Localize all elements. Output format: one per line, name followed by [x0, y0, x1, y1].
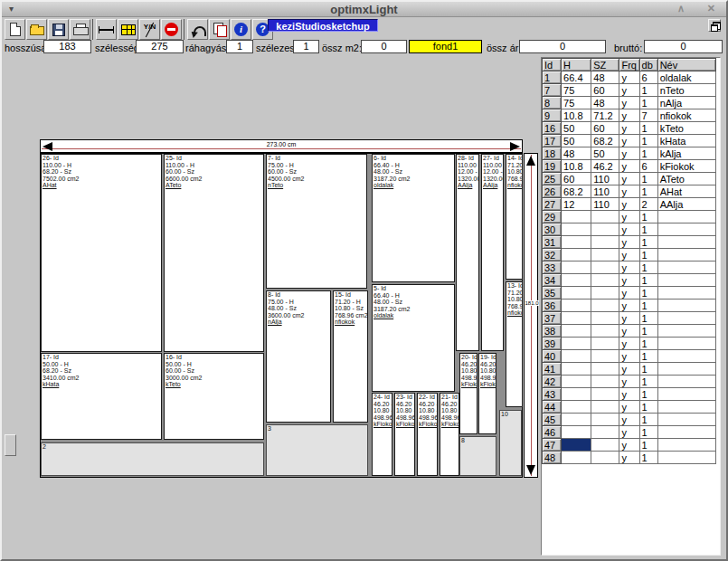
cell-h[interactable] [562, 325, 591, 338]
fond-field[interactable]: fond1 [409, 40, 482, 53]
cell-nev[interactable]: kFiokok [657, 160, 715, 173]
cell-sz[interactable] [591, 312, 619, 325]
cell-h[interactable] [562, 414, 591, 426]
layout-button[interactable] [118, 19, 138, 40]
panel-22[interactable]: 22- Id46.20 - H10.80 - Sz498.96 cm2kFiok… [417, 393, 438, 476]
cell-nev[interactable] [657, 287, 715, 300]
cell-sz[interactable]: 48 [591, 97, 619, 109]
cell-nev[interactable]: nTeto [657, 84, 715, 97]
cell-h[interactable] [562, 401, 591, 414]
cell-h[interactable]: 12 [562, 198, 591, 211]
cell-h[interactable] [562, 249, 591, 261]
panel-6[interactable]: 6- Id66.40 - H48.00 - Sz3187.20 cm2oldal… [372, 154, 455, 282]
cell-frq[interactable]: y [619, 185, 639, 198]
panel-15[interactable]: 15- Id71.20 - H10.80 - Sz768.96 cm2nfiok… [333, 290, 368, 423]
row-header-36[interactable]: 36 [543, 300, 562, 312]
row-header-18[interactable]: 18 [543, 147, 562, 160]
cell-nev[interactable] [657, 439, 715, 452]
cell-h[interactable] [562, 211, 591, 223]
panel-25[interactable]: 25- Id110.00 - H60.00 - Sz6600.00 cm2ATe… [164, 154, 264, 352]
cell-sz[interactable] [591, 439, 619, 452]
row-header-41[interactable]: 41 [543, 363, 562, 376]
panel-28[interactable]: 28- Id110.00 - H12.00 - Sz1320.00 cm2AAl… [456, 154, 479, 351]
cell-nev[interactable]: ATeto [657, 173, 715, 185]
cell-frq[interactable]: y [619, 97, 639, 109]
cell-frq[interactable]: y [619, 249, 639, 261]
side-panel-handle[interactable] [5, 434, 16, 456]
cell-nev[interactable] [657, 376, 715, 388]
row-header-33[interactable]: 33 [543, 261, 562, 274]
cell-h[interactable] [562, 350, 591, 363]
row-header-30[interactable]: 30 [543, 223, 562, 236]
ruler-down-arrow-icon[interactable] [526, 465, 535, 475]
row-header-35[interactable]: 35 [543, 287, 562, 300]
row-header-38[interactable]: 38 [543, 325, 562, 338]
cell-nev[interactable] [657, 211, 715, 223]
cell-h[interactable]: 10.8 [562, 109, 591, 122]
close-button[interactable]: ✕ [707, 3, 715, 14]
cell-sz[interactable]: 60 [591, 84, 619, 97]
cell-sz[interactable] [591, 388, 619, 401]
column-header-sz[interactable]: SZ [591, 59, 619, 71]
cell-db[interactable]: 1 [639, 401, 657, 414]
price-field-1[interactable]: 0 [519, 40, 606, 53]
cell-h[interactable] [562, 312, 591, 325]
cell-sz[interactable] [591, 401, 619, 414]
cell-db[interactable]: 1 [639, 388, 657, 401]
cell-nev[interactable] [657, 312, 715, 325]
cell-db[interactable]: 6 [639, 160, 657, 173]
cell-db[interactable]: 6 [639, 71, 657, 84]
cell-h[interactable] [562, 439, 591, 452]
column-header-h[interactable]: H [562, 59, 591, 71]
row-header-17[interactable]: 17 [543, 135, 562, 147]
cell-nev[interactable] [657, 223, 715, 236]
cell-frq[interactable]: y [619, 236, 639, 249]
stop-button[interactable] [161, 19, 182, 40]
cell-sz[interactable]: 110 [591, 173, 619, 185]
cell-frq[interactable]: y [619, 261, 639, 274]
cell-frq[interactable]: y [619, 135, 639, 147]
cell-sz[interactable] [591, 223, 619, 236]
row-header-40[interactable]: 40 [543, 350, 562, 363]
cell-sz[interactable] [591, 414, 619, 426]
panel-8[interactable]: 8- Id75.00 - H48.00 - Sz3600.00 cm2nAlja [266, 290, 331, 423]
panel-19[interactable]: 19- Id46.20 - H10.80 - Sz498.96 cm2kFiok… [478, 353, 496, 434]
minimize-button[interactable]: ∧ [677, 3, 685, 14]
cell-sz[interactable] [591, 426, 619, 439]
cell-h[interactable] [562, 426, 591, 439]
row-header-1[interactable]: 1 [543, 71, 562, 84]
info-button[interactable]: i [231, 19, 251, 40]
cell-nev[interactable] [657, 300, 715, 312]
cell-frq[interactable]: y [619, 426, 639, 439]
cell-nev[interactable] [657, 249, 715, 261]
cell-h[interactable]: 48 [562, 147, 591, 160]
panel-5[interactable]: 5- Id66.40 - H48.00 - Sz3187.20 cm2oldal… [372, 284, 455, 392]
cell-frq[interactable]: y [619, 325, 639, 338]
cell-nev[interactable] [657, 401, 715, 414]
cell-h[interactable] [562, 363, 591, 376]
cell-db[interactable]: 1 [639, 363, 657, 376]
cell-db[interactable]: 1 [639, 414, 657, 426]
row-header-8[interactable]: 8 [543, 97, 562, 109]
yes-no-button[interactable]: Y/N [139, 19, 160, 40]
cell-sz[interactable] [591, 236, 619, 249]
cell-nev[interactable]: oldalak [657, 71, 715, 84]
panel-16[interactable]: 16- Id50.00 - H60.00 - Sz3000.00 cm2kTet… [164, 353, 264, 440]
column-header-frq[interactable]: Frq [619, 59, 639, 71]
measure-button[interactable] [96, 19, 117, 40]
panel-21[interactable]: 21- Id46.20 - H10.80 - Sz498.96 cm2kFiok… [440, 393, 459, 476]
cell-db[interactable]: 1 [639, 338, 657, 350]
row-header-26[interactable]: 26 [543, 185, 562, 198]
cell-h[interactable] [562, 300, 591, 312]
cell-frq[interactable]: y [619, 439, 639, 452]
cell-sz[interactable] [591, 363, 619, 376]
ruler-up-arrow-icon[interactable] [526, 156, 535, 166]
cell-db[interactable]: 1 [639, 274, 657, 287]
cell-db[interactable]: 1 [639, 325, 657, 338]
column-header-név[interactable]: Név [657, 59, 715, 71]
cell-db[interactable]: 1 [639, 122, 657, 135]
cell-nev[interactable] [657, 274, 715, 287]
cell-sz[interactable]: 60 [591, 122, 619, 135]
row-header-27[interactable]: 27 [543, 198, 562, 211]
cell-db[interactable]: 2 [639, 198, 657, 211]
